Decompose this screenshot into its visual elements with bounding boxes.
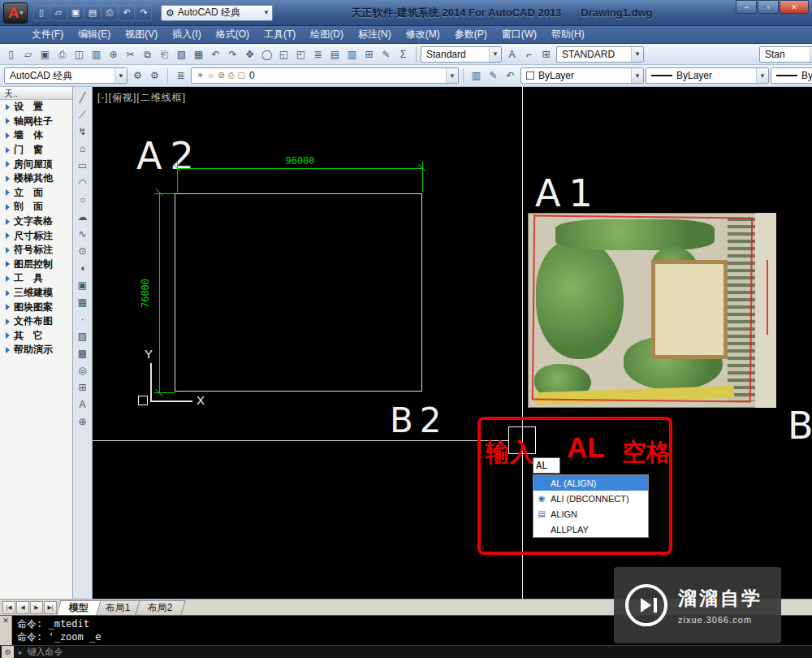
menu-item[interactable]: 格式(O): [209, 25, 257, 44]
table-icon[interactable]: ⊞: [75, 379, 91, 396]
ellipse-icon[interactable]: ⊙: [75, 242, 91, 259]
redo-icon[interactable]: ↷: [224, 45, 241, 63]
sheetset-icon[interactable]: ⊞: [361, 45, 378, 63]
new-icon[interactable]: ▯: [2, 45, 19, 63]
palette-item[interactable]: 文件布图: [0, 314, 72, 329]
text-style-icon[interactable]: A: [503, 45, 520, 63]
close-icon[interactable]: ✕: [2, 617, 9, 625]
menu-item[interactable]: 参数(P): [447, 25, 495, 44]
tablestyle-combo[interactable]: Stan ▼: [759, 46, 812, 63]
dim-style-icon[interactable]: ⌐: [520, 45, 538, 63]
menu-item[interactable]: 帮助(H): [544, 25, 592, 44]
close-button[interactable]: ✕: [780, 0, 809, 14]
spline-icon[interactable]: ∿: [75, 225, 91, 242]
palette-item[interactable]: 图块图案: [0, 300, 72, 314]
copy-icon[interactable]: ⧉: [139, 45, 156, 63]
match-properties-icon[interactable]: ▧: [173, 45, 190, 63]
layer-bulb-icon[interactable]: ☀: [197, 71, 204, 80]
zoom-realtime-icon[interactable]: ◯: [258, 45, 275, 63]
dimstyle-combo[interactable]: STANDARD ▼: [556, 46, 644, 63]
dynamic-input-field[interactable]: AL: [533, 457, 560, 474]
menu-item[interactable]: 视图(V): [118, 25, 165, 44]
palette-item[interactable]: 设 置: [0, 100, 72, 115]
palette-item[interactable]: 其 它: [0, 329, 72, 344]
undo-icon[interactable]: ↶: [119, 5, 135, 21]
open-file-icon[interactable]: ▱: [50, 5, 67, 21]
suggestion-al-align[interactable]: AL (ALIGN): [533, 475, 648, 491]
layer-plot-icon[interactable]: ⎙: [228, 71, 235, 80]
block-editor-icon[interactable]: ▦: [190, 45, 207, 63]
print-icon[interactable]: ⎙: [54, 45, 71, 63]
insert-block-icon[interactable]: ▣: [75, 276, 91, 293]
zoom-window-icon[interactable]: ◱: [275, 45, 292, 63]
layer-lock-icon[interactable]: ⊘: [218, 71, 224, 80]
viewport-controls[interactable]: [-][俯视][二维线框]: [97, 91, 186, 105]
palette-item[interactable]: 符号标注: [0, 243, 72, 258]
properties-icon[interactable]: ≣: [309, 45, 326, 63]
suggestion-align[interactable]: ▤ ALIGN: [533, 506, 648, 522]
layer-color-chip-icon[interactable]: ▢: [238, 71, 245, 80]
point-icon[interactable]: ·: [75, 310, 91, 327]
calculator-icon[interactable]: Σ: [395, 45, 412, 63]
publish-icon[interactable]: ▥: [88, 45, 105, 63]
menu-item[interactable]: 工具(T): [257, 25, 303, 44]
layer-previous-icon[interactable]: ↶: [502, 67, 519, 84]
new-file-icon[interactable]: ▯: [33, 5, 50, 21]
undo-icon[interactable]: ↶: [207, 45, 224, 63]
minimize-button[interactable]: –: [736, 0, 757, 14]
menu-item[interactable]: 窗口(W): [495, 25, 544, 44]
arc-icon[interactable]: ◠: [75, 174, 91, 191]
menu-item[interactable]: 绘图(D): [303, 25, 351, 44]
menu-item[interactable]: 文件(F): [24, 25, 71, 44]
color-combo[interactable]: ByLayer ▼: [520, 67, 644, 84]
pan-icon[interactable]: ✥: [241, 45, 258, 63]
save-icon[interactable]: ▣: [67, 5, 84, 21]
preview-icon[interactable]: ◫: [71, 45, 88, 63]
line-icon[interactable]: ╱: [75, 89, 91, 106]
palette-item[interactable]: 文字表格: [0, 214, 72, 229]
tab-last-icon[interactable]: ▶|: [44, 601, 57, 614]
autocad-logo-icon[interactable]: A▾: [3, 2, 28, 24]
paste-icon[interactable]: ⎗: [156, 45, 173, 63]
palette-item[interactable]: 帮助演示: [0, 343, 72, 357]
drawing-canvas[interactable]: [-][俯视][二维线框] A2 A1 B2 B 96000 76000 Y: [93, 87, 812, 599]
rectangle-icon[interactable]: ▭: [75, 157, 91, 174]
palette-item[interactable]: 图层控制: [0, 258, 72, 272]
region-icon[interactable]: ◎: [75, 361, 91, 379]
circle-icon[interactable]: ○: [75, 191, 91, 208]
menu-item[interactable]: 编辑(E): [71, 25, 118, 44]
designcenter-icon[interactable]: ▤: [326, 45, 343, 63]
ucs-tool-icon[interactable]: ⊕: [75, 413, 91, 430]
palette-item[interactable]: 轴网柱子: [0, 115, 72, 129]
palette-item[interactable]: 尺寸标注: [0, 228, 72, 243]
maximize-button[interactable]: ▫: [758, 0, 779, 14]
mtext-icon[interactable]: A: [75, 396, 91, 413]
ellipse-arc-icon[interactable]: ◖: [75, 259, 91, 276]
tab-next-icon[interactable]: ▶: [30, 601, 43, 614]
palette-header[interactable]: 天..: [0, 87, 72, 100]
suggestion-allplay[interactable]: ALLPLAY: [533, 522, 648, 537]
layer-properties-icon[interactable]: ≣: [172, 67, 189, 84]
palette-item[interactable]: 立 面: [0, 186, 72, 201]
menu-item[interactable]: 标注(N): [351, 25, 399, 44]
tab-model[interactable]: 模型: [56, 600, 101, 615]
tool-palettes-icon[interactable]: ▥: [343, 45, 361, 63]
workspace-save-icon[interactable]: ⚙: [146, 67, 163, 84]
table-style-icon[interactable]: ⊞: [538, 45, 555, 63]
tab-first-icon[interactable]: |◀: [2, 601, 15, 614]
open-icon[interactable]: ▱: [19, 45, 37, 63]
workspace-switcher[interactable]: ⚙ AutoCAD 经典 ▼: [161, 5, 273, 21]
cut-icon[interactable]: ✂: [122, 45, 139, 63]
transmit-icon[interactable]: ⊕: [105, 45, 122, 63]
menu-item[interactable]: 插入(I): [165, 25, 208, 44]
lineweight-combo[interactable]: ByLayer: [771, 67, 812, 84]
palette-item[interactable]: 楼梯其他: [0, 171, 72, 186]
palette-item[interactable]: 工 具: [0, 271, 72, 286]
polyline-icon[interactable]: ↯: [75, 123, 91, 140]
workspace-settings-icon[interactable]: ⚙: [129, 67, 146, 84]
layer-sun-icon[interactable]: ☼: [207, 71, 214, 80]
menu-item[interactable]: 修改(M): [399, 25, 447, 44]
command-input-row[interactable]: ⚙ ▸ 键入命令: [0, 645, 812, 658]
hatch-icon[interactable]: ▨: [75, 327, 91, 344]
plot-icon[interactable]: ⎙: [102, 5, 118, 21]
